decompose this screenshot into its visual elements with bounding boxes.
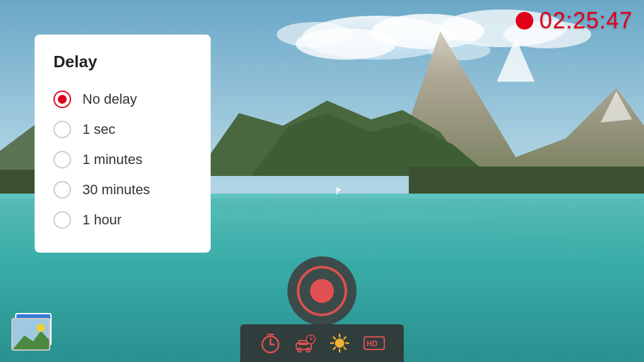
delay-option-no-delay[interactable]: No delay: [53, 84, 186, 114]
record-button-ring: [297, 266, 347, 316]
brightness-button[interactable]: [326, 329, 353, 357]
photo-front: [11, 318, 50, 351]
recording-time: 02:25:47: [540, 8, 633, 34]
delay-label-30-min: 30 minutes: [82, 182, 150, 198]
radio-inner-no-delay: [58, 95, 67, 104]
radio-1-hour[interactable]: [53, 211, 71, 229]
hd-quality-button[interactable]: HD: [360, 329, 388, 357]
delay-label-1-min: 1 minutes: [82, 151, 142, 168]
photo-stack: [11, 313, 55, 351]
svg-rect-15: [409, 167, 644, 195]
svg-text:HD: HD: [367, 339, 378, 348]
svg-line-44: [343, 348, 345, 349]
delay-option-30-min[interactable]: 30 minutes: [53, 175, 186, 205]
delay-label-1-sec: 1 sec: [82, 121, 116, 138]
radio-30-min[interactable]: [53, 181, 71, 199]
delay-option-1-hour[interactable]: 1 hour: [53, 205, 186, 235]
delay-panel: Delay No delay 1 sec 1 minutes 30 minute…: [35, 35, 211, 253]
recording-dot: [516, 12, 533, 30]
delay-label-1-hour: 1 hour: [82, 212, 121, 228]
radio-no-delay[interactable]: [53, 90, 71, 108]
bottom-toolbar: HD: [240, 256, 404, 362]
svg-line-43: [333, 337, 335, 339]
recording-indicator: 02:25:47: [516, 8, 633, 34]
svg-point-6: [277, 22, 352, 47]
sun-icon: [328, 332, 351, 354]
gallery-button[interactable]: [11, 313, 55, 351]
hd-icon: HD: [363, 332, 386, 354]
timer-button[interactable]: [257, 329, 284, 357]
delay-option-1-sec[interactable]: 1 sec: [53, 114, 186, 145]
delay-panel-title: Delay: [53, 52, 186, 72]
svg-point-38: [335, 339, 344, 348]
delay-label-no-delay: No delay: [82, 91, 137, 107]
delay-option-1-min[interactable]: 1 minutes: [53, 145, 186, 175]
record-button-dot: [310, 279, 334, 303]
delay-timer-button[interactable]: [291, 329, 319, 357]
toolbar-icons-row: HD: [240, 324, 404, 362]
radio-1-sec[interactable]: [53, 121, 71, 138]
svg-line-45: [343, 337, 345, 339]
delay-timer-icon: [294, 332, 316, 354]
clock-icon: [259, 332, 282, 354]
record-button-wrap[interactable]: [287, 256, 357, 326]
svg-point-25: [36, 324, 45, 332]
gallery-image-icon: [13, 318, 49, 351]
svg-line-46: [333, 348, 335, 349]
radio-1-min[interactable]: [53, 151, 71, 168]
